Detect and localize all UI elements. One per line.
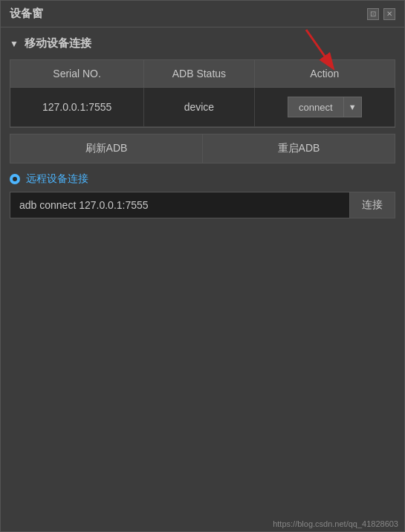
table-row: 127.0.0.1:7555 device connect ▼ xyxy=(10,88,395,127)
content-area: ▼ 移动设备连接 xyxy=(1,27,404,516)
table-body: 127.0.0.1:7555 device connect ▼ xyxy=(10,88,395,127)
action-dropdown-button[interactable]: ▼ xyxy=(343,97,362,117)
window-title: 设备窗 xyxy=(10,7,43,21)
remote-input-row: 连接 xyxy=(10,192,395,218)
remote-adb-input[interactable] xyxy=(10,192,349,218)
action-cell: connect ▼ xyxy=(264,97,386,117)
refresh-adb-button[interactable]: 刷新ADB xyxy=(10,134,202,163)
main-window: 设备窗 ⊡ ✕ ▼ 移动设备连接 xyxy=(0,0,405,532)
mobile-section-title: 移动设备连接 xyxy=(25,36,91,51)
mobile-section-header: ▼ 移动设备连接 xyxy=(10,33,395,53)
section-collapse-arrow[interactable]: ▼ xyxy=(10,39,19,49)
bottom-buttons: 刷新ADB 重启ADB xyxy=(10,134,395,163)
footer-link: https://blog.csdn.net/qq_41828603 xyxy=(1,516,404,531)
device-table: Serial NO. ADB Status Action 127.0.0.1:7… xyxy=(10,60,395,127)
remote-section: 远程设备连接 连接 xyxy=(10,172,395,224)
remote-section-label: 远程设备连接 xyxy=(26,172,88,186)
device-table-container: Serial NO. ADB Status Action 127.0.0.1:7… xyxy=(10,59,395,128)
cell-serial: 127.0.0.1:7555 xyxy=(10,88,144,127)
cell-action: connect ▼ xyxy=(254,88,395,127)
cell-status: device xyxy=(144,88,254,127)
col-serial: Serial NO. xyxy=(10,60,144,88)
title-bar-left: 设备窗 xyxy=(10,7,43,21)
title-bar-controls: ⊡ ✕ xyxy=(367,8,395,20)
remote-section-header: 远程设备连接 xyxy=(10,172,395,186)
restore-button[interactable]: ⊡ xyxy=(367,8,379,20)
col-adb-status: ADB Status xyxy=(144,60,254,88)
connect-button[interactable]: connect xyxy=(288,97,343,117)
title-bar: 设备窗 ⊡ ✕ xyxy=(1,1,404,27)
remote-radio[interactable] xyxy=(10,174,20,184)
close-button[interactable]: ✕ xyxy=(383,8,395,20)
col-action: Action xyxy=(254,60,395,88)
table-area: Serial NO. ADB Status Action 127.0.0.1:7… xyxy=(10,59,395,134)
table-header: Serial NO. ADB Status Action xyxy=(10,60,395,88)
restart-adb-button[interactable]: 重启ADB xyxy=(202,134,395,163)
radio-inner xyxy=(13,177,17,181)
table-header-row: Serial NO. ADB Status Action xyxy=(10,60,395,88)
remote-connect-button[interactable]: 连接 xyxy=(349,192,395,218)
